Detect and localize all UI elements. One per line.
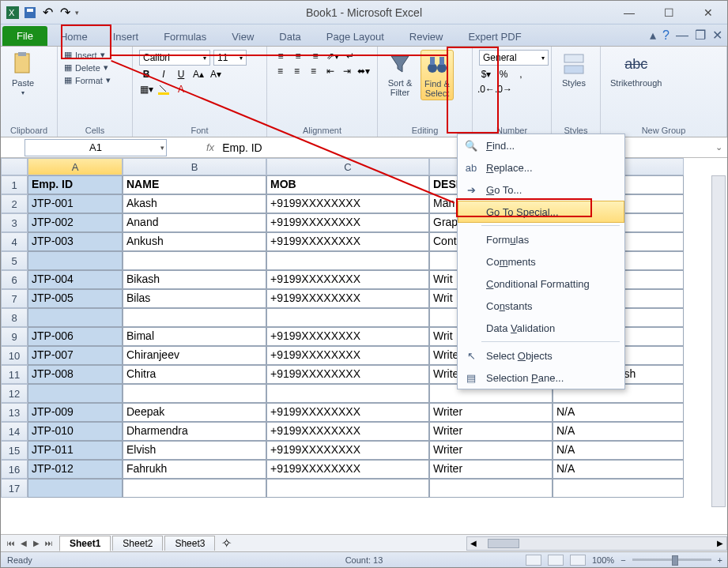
shrink-font-icon[interactable]: A▾ <box>209 68 223 81</box>
row-header[interactable]: 11 <box>1 365 28 384</box>
menu-find[interactable]: 🔍Find... <box>458 134 624 156</box>
cell[interactable]: JTP-009 <box>28 403 123 422</box>
next-sheet-icon[interactable]: ▶ <box>31 539 42 547</box>
comma-format-icon[interactable]: , <box>514 68 528 81</box>
cell[interactable]: +9199XXXXXXXX <box>266 346 429 365</box>
row-header[interactable]: 10 <box>1 346 28 365</box>
cell[interactable]: +9199XXXXXXXX <box>266 213 429 232</box>
cell[interactable]: +9199XXXXXXXX <box>266 289 429 308</box>
accounting-format-icon[interactable]: $▾ <box>479 68 493 81</box>
col-header-C[interactable]: C <box>266 158 429 175</box>
row-header[interactable]: 13 <box>1 403 28 422</box>
zoom-level[interactable]: 100% <box>592 555 614 565</box>
cell[interactable] <box>123 251 266 270</box>
cell[interactable]: N/A <box>553 422 684 441</box>
cell[interactable]: JTP-008 <box>28 365 123 384</box>
cell[interactable]: JTP-011 <box>28 441 123 460</box>
cell[interactable]: JTP-010 <box>28 422 123 441</box>
minimize-button[interactable]: — <box>613 3 645 22</box>
menu-select-objects[interactable]: ↖Select Objects <box>458 344 624 367</box>
cell[interactable]: Chitra <box>123 365 266 384</box>
col-header-A[interactable]: A <box>28 158 123 175</box>
cell[interactable]: Elvish <box>123 441 266 460</box>
scroll-left-icon[interactable]: ◀ <box>467 539 480 547</box>
cell[interactable]: Ankush <box>123 232 266 251</box>
row-header[interactable]: 15 <box>1 441 28 460</box>
cell[interactable] <box>28 308 123 327</box>
cell[interactable]: JTP-002 <box>28 213 123 232</box>
cell[interactable]: N/A <box>553 460 684 479</box>
cell[interactable]: Chiranjeev <box>123 346 266 365</box>
menu-selection-pane[interactable]: ▤Selection Pane... <box>458 367 624 389</box>
col-header-B[interactable]: B <box>123 158 266 175</box>
page-break-view-button[interactable] <box>570 555 586 566</box>
format-cells-button[interactable]: ▦Format ▾ <box>64 75 111 85</box>
sheet-tab-3[interactable]: Sheet3 <box>164 536 215 551</box>
doc-minimize-icon[interactable]: — <box>676 28 688 43</box>
cell[interactable] <box>28 479 123 498</box>
vertical-scrollbar[interactable] <box>711 175 726 507</box>
formula-bar[interactable]: Emp. ID <box>222 141 262 154</box>
tab-expert-pdf[interactable]: Expert PDF <box>455 27 534 46</box>
align-right-icon[interactable]: ≡ <box>307 65 320 77</box>
cell[interactable] <box>553 479 684 498</box>
save-icon[interactable] <box>23 6 37 20</box>
menu-comments[interactable]: Comments <box>458 250 624 273</box>
border-button[interactable]: ▦▾ <box>139 83 153 96</box>
scroll-right-icon[interactable]: ▶ <box>714 539 726 547</box>
font-name-dropdown[interactable]: Calibri▾ <box>139 50 210 66</box>
tab-file[interactable]: File <box>2 26 47 46</box>
cell[interactable]: JTP-012 <box>28 460 123 479</box>
cell[interactable] <box>123 384 266 403</box>
zoom-out-button[interactable]: − <box>620 555 625 565</box>
menu-data-validation[interactable]: Data Validation <box>458 317 624 339</box>
cell[interactable]: Writer <box>429 460 553 479</box>
menu-goto[interactable]: ➔Go To... <box>458 179 624 201</box>
tab-insert[interactable]: Insert <box>100 27 152 46</box>
cell[interactable]: Fahrukh <box>123 460 266 479</box>
cell[interactable]: JTP-006 <box>28 327 123 346</box>
number-format-dropdown[interactable]: General▾ <box>479 50 549 66</box>
close-button[interactable]: ✕ <box>692 3 724 22</box>
cell[interactable]: Deepak <box>123 403 266 422</box>
cell[interactable] <box>123 479 266 498</box>
undo-icon[interactable]: ↶ <box>40 6 55 20</box>
row-header[interactable]: 12 <box>1 384 28 403</box>
cell[interactable]: NAME <box>123 175 266 194</box>
percent-format-icon[interactable]: % <box>496 68 511 81</box>
tab-page-layout[interactable]: Page Layout <box>314 27 397 46</box>
select-all-corner[interactable] <box>1 158 28 175</box>
zoom-in-button[interactable]: + <box>718 555 722 565</box>
tab-formulas[interactable]: Formulas <box>151 27 219 46</box>
chevron-down-icon[interactable]: ▾ <box>160 144 164 152</box>
tab-review[interactable]: Review <box>397 27 456 46</box>
cell[interactable]: JTP-007 <box>28 346 123 365</box>
fx-icon[interactable]: fx <box>206 141 214 153</box>
zoom-slider[interactable] <box>632 559 711 561</box>
align-center-icon[interactable]: ≡ <box>290 65 304 77</box>
insert-cells-button[interactable]: ▦Insert ▾ <box>64 50 111 60</box>
sheet-tab-2[interactable]: Sheet2 <box>112 536 163 551</box>
cell[interactable] <box>429 479 553 498</box>
doc-restore-icon[interactable]: ❐ <box>695 28 706 43</box>
fill-color-button[interactable] <box>157 83 171 96</box>
prev-sheet-icon[interactable]: ◀ <box>18 539 29 547</box>
doc-close-icon[interactable]: ✕ <box>712 28 722 43</box>
increase-indent-icon[interactable]: ⇥ <box>340 65 353 77</box>
row-header[interactable]: 2 <box>1 194 28 213</box>
cell[interactable]: +9199XXXXXXXX <box>266 232 429 251</box>
align-top-icon[interactable]: ≡ <box>273 50 288 62</box>
row-header[interactable]: 9 <box>1 327 28 346</box>
sort-filter-button[interactable]: Sort & Filter <box>384 50 416 99</box>
tab-data[interactable]: Data <box>266 27 313 46</box>
cell[interactable]: +9199XXXXXXXX <box>266 327 429 346</box>
strikethrough-button[interactable]: abc Strikethrough <box>607 50 665 89</box>
orientation-icon[interactable]: ⇗▾ <box>326 50 340 62</box>
cell[interactable] <box>266 384 429 403</box>
cell[interactable] <box>266 479 429 498</box>
cell[interactable]: JTP-001 <box>28 194 123 213</box>
row-header[interactable]: 16 <box>1 460 28 479</box>
menu-replace[interactable]: abReplace... <box>458 156 624 179</box>
italic-button[interactable]: I <box>157 68 171 81</box>
cell[interactable]: Bilas <box>123 289 266 308</box>
